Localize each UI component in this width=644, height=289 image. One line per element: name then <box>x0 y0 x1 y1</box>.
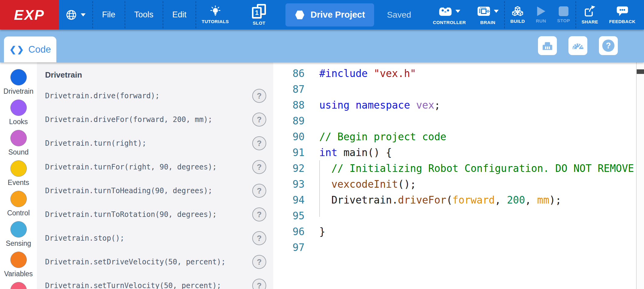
vexcode-window: EXP FileToolsEdit <box>0 0 644 289</box>
line-number: 91 <box>273 147 305 158</box>
code-text: vexcodeInit(); <box>319 178 416 190</box>
scrollbar-thumb[interactable] <box>637 69 644 74</box>
brain-icon <box>477 5 491 17</box>
line-number: 94 <box>273 194 305 206</box>
code-line: 96} <box>273 224 636 239</box>
controller-button[interactable]: CONTROLLER <box>427 0 471 30</box>
code-line: 94 Drivetrain.driveFor(forward, 200, mm)… <box>273 192 636 208</box>
tutorials-button[interactable]: TUTORIALS <box>196 0 234 30</box>
command-row: Drivetrain.stop();? <box>45 226 266 250</box>
hexagon-icon <box>295 10 305 20</box>
command-help-button[interactable]: ? <box>252 207 266 221</box>
command-help-button[interactable]: ? <box>252 160 266 174</box>
feedback-bubble-icon <box>616 5 629 17</box>
command-item[interactable]: Drivetrain.setTurnVelocity(50, percent); <box>45 281 221 289</box>
stop-button[interactable]: STOP <box>552 0 575 30</box>
stop-icon <box>559 6 568 16</box>
sidebar-item-drivetrain[interactable]: Drivetrain <box>0 69 37 99</box>
controller-icon <box>438 6 452 17</box>
play-icon <box>536 6 546 16</box>
command-help-button[interactable]: ? <box>252 89 266 103</box>
command-row: Drivetrain.turnToRotation(90, degrees);? <box>45 203 266 226</box>
category-color-dot <box>10 130 27 146</box>
line-number: 90 <box>273 131 305 143</box>
code-text: #include "vex.h" <box>319 68 416 79</box>
line-number: 96 <box>273 226 305 238</box>
sidebar-item-variables[interactable]: Variables <box>0 252 37 282</box>
chevron-down-icon <box>494 10 499 13</box>
command-panel-title: Drivetrain <box>45 70 273 80</box>
command-item[interactable]: Drivetrain.setDriveVelocity(50, percent)… <box>45 258 225 266</box>
editor-scrollbar[interactable] <box>636 62 644 289</box>
command-item[interactable]: Drivetrain.turnToHeading(90, degrees); <box>45 186 212 195</box>
feedback-button[interactable]: FEEDBACK <box>603 0 641 30</box>
device-actions: CONTROLLER <box>427 0 644 30</box>
port-device-icon <box>541 40 554 51</box>
menu-file[interactable]: File <box>93 0 125 30</box>
command-help-button[interactable]: ? <box>252 113 266 127</box>
tab-code[interactable]: ❮❯ Code <box>4 37 56 62</box>
project-name-button[interactable]: Drive Project <box>285 3 374 26</box>
device-info-button[interactable] <box>538 36 557 55</box>
command-row: Drivetrain.driveFor(forward, 200, mm);? <box>45 108 266 131</box>
category-label: Sound <box>8 148 29 156</box>
command-item[interactable]: Drivetrain.stop(); <box>45 234 124 242</box>
brain-button[interactable]: BRAIN <box>471 0 504 30</box>
tab-bar: ❮❯ Code <box>0 30 644 62</box>
code-editor[interactable]: 86#include "vex.h"8788using namespace ve… <box>273 62 636 289</box>
sidebar-item-sound[interactable]: Sound <box>0 130 37 160</box>
sidebar-item-sensing[interactable]: Sensing <box>0 221 37 252</box>
menu-tools[interactable]: Tools <box>125 0 163 30</box>
code-line: 92 // Initializing Robot Configuration. … <box>273 160 636 176</box>
build-button[interactable]: BUILD <box>505 0 530 30</box>
code-text: Drivetrain.driveFor(forward, 200, mm); <box>319 194 561 206</box>
command-help-button[interactable]: ? <box>252 136 266 150</box>
command-help-button[interactable]: ? <box>252 231 266 245</box>
gauge-icon <box>571 41 584 50</box>
build-cubes-icon <box>511 6 524 17</box>
share-button[interactable]: SHARE <box>576 0 604 30</box>
slot-button[interactable]: 1 SLOT <box>246 0 271 30</box>
command-item[interactable]: Drivetrain.turnFor(right, 90, degrees); <box>45 163 217 171</box>
sidebar-item-events[interactable]: Events <box>0 160 37 191</box>
globe-icon <box>65 9 77 21</box>
command-item[interactable]: Drivetrain.drive(forward); <box>45 92 160 100</box>
category-color-dot <box>10 69 27 85</box>
command-item[interactable]: Drivetrain.turn(right); <box>45 139 146 148</box>
category-color-dot <box>10 252 27 268</box>
language-menu[interactable] <box>59 0 92 30</box>
line-number: 86 <box>273 68 305 79</box>
command-help-button[interactable]: ? <box>252 184 266 198</box>
chevron-down-icon <box>455 10 460 13</box>
category-label: Variables <box>4 270 33 278</box>
category-label: Drivetrain <box>3 87 33 96</box>
lightbulb-icon <box>210 5 221 17</box>
line-number: 87 <box>273 83 305 95</box>
main-content: DrivetrainLooksSoundEventsControlSensing… <box>0 62 644 289</box>
sidebar-item-control[interactable]: Control <box>0 191 37 221</box>
command-help-button[interactable]: ? <box>252 279 266 289</box>
top-toolbar: EXP FileToolsEdit <box>0 0 644 30</box>
chevron-down-icon <box>81 13 86 16</box>
help-button[interactable]: ? <box>599 36 618 55</box>
command-item[interactable]: Drivetrain.turnToRotation(90, degrees); <box>45 210 217 219</box>
command-list: Drivetrain.drive(forward);?Drivetrain.dr… <box>45 84 273 289</box>
code-line: 97 <box>273 239 636 255</box>
category-label: Control <box>7 209 30 217</box>
code-lines: 86#include "vex.h"8788using namespace ve… <box>273 65 636 255</box>
sidebar-item-looks[interactable]: Looks <box>0 99 37 130</box>
sidebar-item-more[interactable] <box>0 282 37 289</box>
run-button[interactable]: RUN <box>530 0 552 30</box>
category-sidebar: DrivetrainLooksSoundEventsControlSensing… <box>0 62 37 289</box>
command-help-button[interactable]: ? <box>252 255 266 269</box>
indent-guide <box>319 160 320 176</box>
code-line: 91int main() { <box>273 144 636 160</box>
code-line: 95 <box>273 208 636 224</box>
menu-edit[interactable]: Edit <box>163 0 196 30</box>
dashboard-button[interactable] <box>568 36 587 55</box>
category-label: Events <box>8 179 29 187</box>
command-item[interactable]: Drivetrain.driveFor(forward, 200, mm); <box>45 115 212 124</box>
share-icon <box>584 5 596 17</box>
command-row: Drivetrain.setTurnVelocity(50, percent);… <box>45 274 266 289</box>
command-row: Drivetrain.drive(forward);? <box>45 84 266 108</box>
